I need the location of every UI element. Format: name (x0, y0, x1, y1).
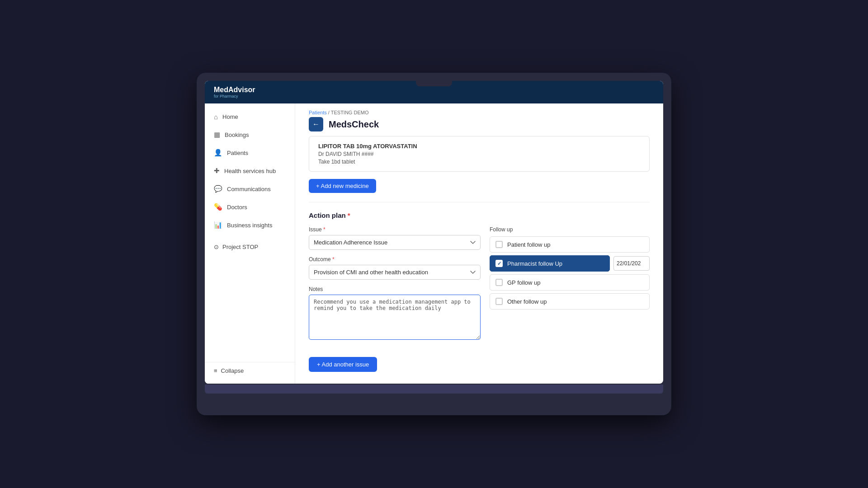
doctors-icon: 💊 (214, 203, 222, 211)
sidebar-items: ⌂ Home ▦ Bookings 👤 Patients (205, 103, 295, 255)
sidebar-item-label-bookings: Bookings (225, 131, 249, 138)
sidebar-item-business-insights[interactable]: 📊 Business insights (205, 216, 295, 234)
page-title-row: ← MedsCheck (309, 117, 650, 131)
gp-follow-up-row[interactable]: GP follow up (490, 274, 650, 291)
outcome-select[interactable]: Provision of CMI and other health educat… (309, 265, 481, 280)
brand-name: MedAdvisor (214, 86, 255, 94)
required-star: * (348, 211, 350, 219)
project-stop-icon: ⊙ (214, 244, 219, 250)
other-follow-up-label: Other follow up (507, 298, 547, 305)
gp-follow-up-checkbox[interactable] (495, 279, 503, 286)
form-right: Follow up Patient follow up (490, 226, 650, 312)
patient-follow-up-label: Patient follow up (507, 241, 550, 248)
add-medicine-button[interactable]: + Add new medicine (309, 179, 376, 193)
sidebar-item-doctors[interactable]: 💊 Doctors (205, 198, 295, 216)
breadcrumb-patients-link[interactable]: Patients (309, 110, 327, 115)
medicine-name: LIPITOR TAB 10mg ATORVASTATIN (318, 143, 640, 150)
sidebar-item-label-insights: Business insights (227, 222, 272, 229)
collapse-label: Collapse (221, 367, 244, 374)
sidebar-item-label-patients: Patients (227, 150, 248, 156)
issue-label: Issue * (309, 226, 481, 233)
medicine-doctor: Dr DAVID SMITH #### (318, 151, 640, 157)
pharmacist-follow-up-row[interactable]: ✓ Pharmacist follow Up (490, 255, 610, 272)
outcome-field-group: Outcome * Provision of CMI and other hea… (309, 256, 481, 280)
sidebar-item-label-home: Home (222, 113, 238, 120)
collapse-button[interactable]: ≡ Collapse (205, 362, 295, 379)
collapse-icon: ≡ (214, 367, 217, 374)
pharmacist-follow-up-checkbox[interactable]: ✓ (495, 260, 503, 267)
home-icon: ⌂ (214, 113, 218, 121)
main-layout: ⌂ Home ▦ Bookings 👤 Patients (205, 103, 663, 384)
sidebar-item-label-project-stop: Project STOP (222, 244, 258, 250)
gp-follow-up-label: GP follow up (507, 279, 540, 286)
sidebar-item-project-stop[interactable]: ⊙ Project STOP (205, 239, 295, 255)
sidebar-item-label-health: Health services hub (224, 168, 276, 174)
sidebar-item-label-doctors: Doctors (227, 204, 247, 211)
page-title: MedsCheck (329, 119, 379, 130)
action-plan-section: Action plan * Issue * (309, 202, 650, 381)
pharmacist-follow-up-label: Pharmacist follow Up (507, 260, 562, 267)
other-follow-up-row[interactable]: Other follow up (490, 293, 650, 310)
other-follow-up-checkbox[interactable] (495, 298, 503, 305)
breadcrumb: Patients / TESTING DEMO (309, 110, 650, 115)
brand: MedAdvisor for Pharmacy (214, 86, 255, 99)
add-issue-button[interactable]: + Add another issue (309, 357, 377, 372)
follow-up-section-label: Follow up (490, 226, 650, 233)
notes-field-group: Notes Recommend you use a medication man… (309, 286, 481, 342)
checkmark-icon: ✓ (497, 261, 501, 267)
brand-sub: for Pharmacy (214, 94, 255, 99)
sidebar-item-home[interactable]: ⌂ Home (205, 108, 295, 126)
notes-textarea[interactable]: Recommend you use a medication managemen… (309, 295, 481, 340)
communications-icon: 💬 (214, 185, 222, 193)
insights-icon: 📊 (214, 221, 222, 229)
medicine-dose: Take 1bd tablet (318, 159, 640, 165)
sidebar-item-communications[interactable]: 💬 Communications (205, 180, 295, 198)
patients-icon: 👤 (214, 149, 222, 157)
notes-label: Notes (309, 286, 481, 292)
form-left: Issue * Medication Adherence Issue Side … (309, 226, 481, 348)
issue-select[interactable]: Medication Adherence Issue Side Effects … (309, 235, 481, 250)
patient-follow-up-checkbox[interactable] (495, 241, 503, 248)
pharmacist-follow-up-date[interactable] (613, 256, 650, 271)
sidebar-item-bookings[interactable]: ▦ Bookings (205, 126, 295, 144)
issue-field-group: Issue * Medication Adherence Issue Side … (309, 226, 481, 250)
form-columns: Issue * Medication Adherence Issue Side … (309, 226, 650, 348)
back-button[interactable]: ← (309, 117, 323, 131)
patient-follow-up-row[interactable]: Patient follow up (490, 236, 650, 253)
health-icon: ✚ (214, 167, 220, 175)
bookings-icon: ▦ (214, 131, 220, 139)
sidebar-item-health-services-hub[interactable]: ✚ Health services hub (205, 162, 295, 180)
section-title: Action plan * (309, 211, 650, 219)
outcome-label: Outcome * (309, 256, 481, 263)
sidebar-item-label-communications: Communications (227, 186, 271, 192)
sidebar-item-patients[interactable]: 👤 Patients (205, 144, 295, 162)
page-header: Patients / TESTING DEMO ← MedsCheck (295, 103, 663, 136)
breadcrumb-separator: / (327, 110, 331, 115)
breadcrumb-current: TESTING DEMO (331, 110, 369, 115)
content-area: Patients / TESTING DEMO ← MedsCheck LIPI… (295, 103, 663, 384)
sidebar: ⌂ Home ▦ Bookings 👤 Patients (205, 103, 295, 384)
medicine-card: LIPITOR TAB 10mg ATORVASTATIN Dr DAVID S… (309, 136, 650, 172)
